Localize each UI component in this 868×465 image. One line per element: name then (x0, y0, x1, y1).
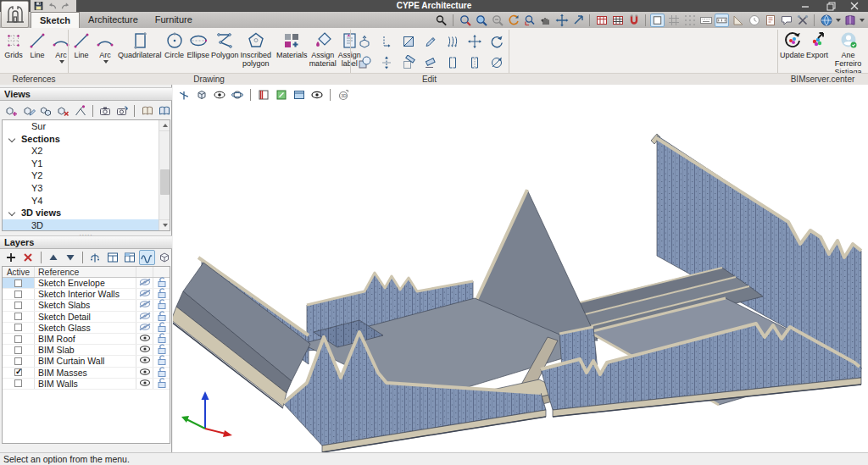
move-icon[interactable] (464, 30, 486, 52)
line-button[interactable]: Line (70, 30, 93, 60)
reference-line-button[interactable]: Line (25, 30, 49, 60)
shorten-icon[interactable] (464, 52, 486, 73)
edit-icon[interactable] (420, 30, 442, 52)
recent-icon[interactable] (747, 14, 761, 27)
tree-item-y4[interactable]: Y4 (3, 195, 159, 208)
find-icon[interactable] (434, 14, 448, 27)
active-checkbox[interactable] (14, 324, 22, 331)
view-window-icon[interactable] (570, 14, 585, 27)
grids-button[interactable]: Grids (2, 30, 25, 60)
view-direction-icon[interactable] (72, 103, 87, 119)
user-account-button[interactable]: Ane Ferreiro Sistiaga (829, 30, 867, 77)
zoom-out-icon[interactable] (490, 14, 504, 27)
active-checkbox[interactable] (14, 302, 22, 309)
capture-options-icon[interactable] (114, 103, 130, 119)
window-split-2-icon[interactable] (122, 250, 137, 265)
update-button[interactable]: Update (779, 30, 805, 60)
scroll-down-icon[interactable] (159, 219, 170, 230)
tree-item-y1[interactable]: Y1 (3, 158, 159, 170)
tab-sketch[interactable]: Sketch (31, 12, 80, 28)
active-checkbox[interactable] (14, 357, 22, 365)
add-view-icon[interactable] (3, 103, 19, 119)
assign-material-button[interactable]: Assign material (309, 30, 337, 69)
chevron-down-icon[interactable] (8, 209, 15, 216)
tree-scrollbar[interactable] (159, 120, 170, 230)
minimize-button[interactable] (793, 0, 817, 12)
capture-icon[interactable] (97, 103, 113, 119)
close-button[interactable] (843, 0, 866, 12)
delete-layer-icon[interactable] (20, 250, 36, 265)
3d-building-model[interactable] (173, 85, 868, 452)
layer-row[interactable]: BIM Walls (3, 379, 170, 390)
configuration-icon[interactable] (795, 14, 810, 27)
chevron-down-icon[interactable] (8, 135, 15, 141)
templates-icon[interactable] (763, 14, 777, 27)
open-book-icon[interactable] (139, 103, 154, 119)
dimensions-toggle-icon[interactable] (715, 14, 729, 27)
edit-view-icon[interactable] (20, 103, 36, 119)
tree-item-sur[interactable]: Sur (3, 120, 159, 133)
active-checkbox[interactable] (14, 335, 22, 343)
split-icon[interactable] (398, 30, 420, 52)
active-checkbox[interactable] (14, 291, 22, 298)
active-checkbox[interactable] (14, 379, 22, 387)
duplicate-view-icon[interactable] (38, 103, 53, 119)
move-down-icon[interactable] (63, 250, 78, 265)
extrude-icon[interactable] (353, 30, 376, 52)
arc-button[interactable]: Arc (93, 30, 117, 64)
flip-icon[interactable] (376, 52, 398, 73)
tree-item-x2[interactable]: X2 (3, 145, 159, 158)
ellipse-button[interactable]: Ellipse (186, 30, 211, 60)
active-checkbox[interactable] (14, 313, 22, 320)
redo-icon[interactable] (60, 1, 71, 11)
save-icon[interactable] (33, 1, 44, 11)
dxf-views-icon[interactable] (610, 14, 625, 27)
tree-item-y3[interactable]: Y3 (3, 182, 159, 195)
inscribed-polygon-button[interactable]: Inscribed polygon (240, 30, 273, 69)
comments-icon[interactable] (779, 14, 793, 27)
zoom-previous-icon[interactable] (522, 14, 537, 27)
active-checkbox[interactable] (14, 368, 22, 376)
move-up-icon[interactable] (46, 250, 61, 265)
circle-button[interactable]: Circle (163, 30, 186, 60)
grid-toggle-icon[interactable] (666, 14, 681, 27)
rotate-icon[interactable] (486, 30, 508, 52)
dxf-layers-icon[interactable] (594, 14, 609, 27)
bimserver-web-icon[interactable] (819, 14, 833, 27)
column-header-active[interactable]: Active (3, 267, 35, 277)
revolve-icon[interactable] (486, 52, 508, 73)
object-snap-icon[interactable] (626, 14, 641, 27)
materials-button[interactable]: Materials (275, 30, 309, 60)
visibility-eye-icon[interactable] (136, 379, 153, 389)
boolean-icon[interactable] (353, 52, 376, 73)
move-view-icon[interactable] (554, 14, 569, 27)
box-3d-icon[interactable] (157, 250, 172, 265)
viewport-3d[interactable]: 3D (173, 85, 868, 452)
ortho-icon[interactable] (731, 14, 745, 27)
pan-icon[interactable] (538, 14, 553, 27)
extend-icon[interactable] (442, 52, 464, 73)
delete-view-icon[interactable] (55, 103, 70, 119)
window-split-icon[interactable] (105, 250, 120, 265)
zoom-window-icon[interactable] (458, 14, 472, 27)
redraw-icon[interactable] (506, 14, 520, 27)
tab-architecture[interactable]: Architecture (80, 12, 147, 28)
undo-icon[interactable] (47, 1, 58, 11)
transparency-icon[interactable] (139, 250, 154, 265)
export-button[interactable]: Export (805, 30, 829, 60)
app-logo-icon[interactable] (1, 1, 29, 28)
scrollbar-thumb[interactable] (160, 169, 170, 195)
frame-toggle-icon[interactable] (650, 14, 665, 27)
scroll-up-icon[interactable] (159, 120, 170, 131)
keyboard-input-icon[interactable] (698, 14, 713, 27)
copy-parallel-icon[interactable] (442, 30, 464, 52)
tab-furniture[interactable]: Furniture (147, 12, 201, 28)
add-layer-icon[interactable] (3, 250, 19, 265)
lock-icon[interactable] (153, 379, 170, 389)
reference-line-edit-icon[interactable] (376, 30, 398, 52)
polygon-button[interactable]: Polygon (210, 30, 240, 60)
active-checkbox[interactable] (14, 346, 22, 354)
point-grid-icon[interactable] (682, 14, 697, 27)
help-icon[interactable] (843, 14, 857, 27)
open-book-arrow-icon[interactable] (157, 103, 172, 119)
